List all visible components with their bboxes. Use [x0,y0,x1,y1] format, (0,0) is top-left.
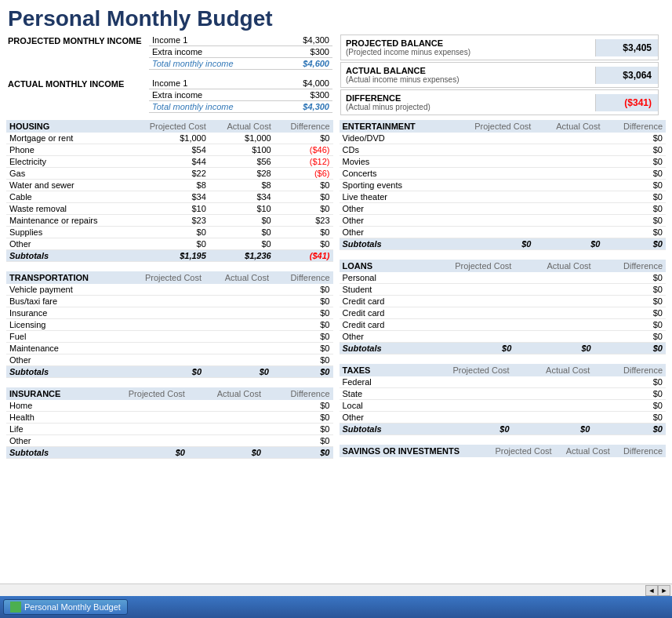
row-projected [121,343,205,354]
subtotal-label: Subtotals [340,424,412,435]
row-difference: $0 [593,388,666,400]
row-difference: $0 [272,343,333,354]
row-difference: $0 [274,227,333,238]
row-actual [188,400,264,412]
housing-header: HOUSING [6,120,128,133]
row-name: Other [340,331,416,343]
row-name: Federal [340,376,412,388]
table-row: Maintenance or repairs$23$0$23 [6,215,333,227]
row-projected: $34 [128,191,209,203]
actual-income-rows: Income 1 $4,000 Extra income $300 Total … [149,78,332,113]
table-row: Water and sewer$8$8$0 [6,180,333,191]
row-actual [205,307,272,319]
row-actual [534,168,603,180]
subtotal-difference: ($41) [274,250,333,262]
row-actual [205,296,272,307]
table-row: Credit card$0 [340,307,667,319]
row-difference: $0 [274,191,333,203]
row-name: Phone [6,144,128,156]
difference-balance-block: DIFFERENCE (Actual minus projected) ($34… [340,89,659,115]
subtotal-difference: $0 [593,424,666,435]
row-actual [514,272,594,284]
proj-income-val-1: $4,300 [285,35,332,45]
sheet-icon [10,602,21,613]
subtotal-label: Subtotals [340,238,449,250]
row-projected: $8 [128,180,209,191]
table-row: Supplies$0$0$0 [6,227,333,238]
subtotal-difference: $0 [594,343,666,354]
row-projected [416,319,514,331]
row-projected: $23 [128,215,209,227]
table-row: Mortgage or rent$1,000$1,000$0 [6,133,333,144]
actual-balance-block: ACTUAL BALANCE (Actual income minus expe… [340,62,659,88]
scrollbar-bottom[interactable]: ◄ ► [0,583,672,596]
row-projected [448,215,534,227]
row-name: Waste removal [6,203,128,215]
loans-header: LOANS [340,260,416,272]
row-difference: $0 [604,156,667,168]
subtotal-difference: $0 [272,366,333,378]
row-difference: $0 [264,400,333,412]
row-actual: $100 [209,144,274,156]
loans-col-diff: Difference [594,260,666,272]
table-row: CDs$0 [340,144,667,156]
projected-income-block: PROJECTED MONTHLY INCOME Income 1 $4,300… [8,35,332,70]
projected-balance-title: PROJECTED BALANCE [346,38,590,48]
actual-income-row-1: Income 1 $4,000 [149,78,332,89]
scroll-left[interactable]: ◄ [645,585,658,596]
top-section: PROJECTED MONTHLY INCOME Income 1 $4,300… [0,35,672,120]
row-difference: $0 [594,319,666,331]
row-actual: $0 [209,238,274,250]
insurance-col-proj: Projected Cost [93,387,188,400]
proj-income-val-2: $300 [285,46,332,57]
actual-income-block: ACTUAL MONTHLY INCOME Income 1 $4,000 Ex… [8,78,332,113]
row-difference: $0 [594,296,666,307]
row-projected [416,272,514,284]
row-difference: $0 [272,354,333,366]
actual-balance-subtitle: (Actual income minus expenses) [346,75,590,84]
proj-income-name-2: Extra income [149,46,285,57]
projected-balance-label: PROJECTED BALANCE (Projected income minu… [341,35,595,60]
row-actual [514,307,594,319]
savings-table: SAVINGS OR INVESTMENTS Projected Cost Ac… [340,445,667,457]
row-actual [534,144,603,156]
subtotal-actual: $0 [188,447,264,459]
row-actual [514,319,594,331]
row-difference: $0 [593,412,666,424]
row-difference: $0 [274,133,333,144]
row-difference: $0 [604,144,667,156]
row-name: Credit card [340,307,416,319]
row-actual: $28 [209,168,274,180]
row-name: Supplies [6,227,128,238]
row-projected [121,296,205,307]
table-row: Bus/taxi fare$0 [6,296,333,307]
table-row: Other$0 [340,203,667,215]
row-projected [448,156,534,168]
table-row: Gas$22$28($6) [6,168,333,180]
subtotal-projected: $0 [416,343,514,354]
scroll-arrows[interactable]: ◄ ► [645,585,670,596]
difference-value: ($341) [595,94,658,111]
row-actual [513,400,594,412]
row-actual [188,424,264,435]
projected-balance-value: $3,405 [595,39,658,56]
subtotal-label: Subtotals [6,447,93,459]
actual-income-val-2: $300 [285,89,332,100]
table-row: Fuel$0 [6,331,333,343]
table-row: Waste removal$10$10$0 [6,203,333,215]
row-name: Concerts [340,168,449,180]
sheet-tab[interactable]: Personal Monthly Budget [3,599,128,615]
difference-subtitle: (Actual minus projected) [346,103,590,111]
row-difference: $0 [593,376,666,388]
difference-balance-label: DIFFERENCE (Actual minus projected) [341,90,595,115]
taxes-table: TAXES Projected Cost Actual Cost Differe… [340,364,667,435]
insurance-col-actual: Actual Cost [188,387,264,400]
row-name: Vehicle payment [6,284,121,296]
row-projected [416,307,514,319]
row-name: Water and sewer [6,180,128,191]
actual-income-label: ACTUAL MONTHLY INCOME [8,78,149,89]
scroll-right[interactable]: ► [658,585,670,596]
row-difference: $0 [272,331,333,343]
table-row: Other$0 [340,412,667,424]
table-row: Maintenance$0 [6,343,333,354]
